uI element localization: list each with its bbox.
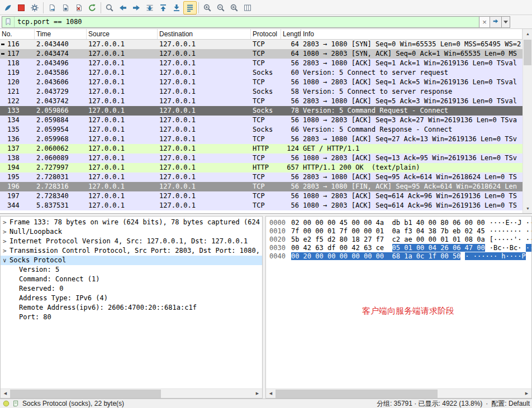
collapsed-caret-icon[interactable]: > bbox=[3, 218, 7, 227]
resize-columns-button[interactable] bbox=[241, 1, 254, 15]
detail-line[interactable]: Address Type: IPv6 (4) bbox=[1, 294, 262, 303]
filter-clear-button[interactable]: × bbox=[479, 16, 490, 28]
detail-line[interactable]: Command: Connect (1) bbox=[1, 275, 262, 284]
packet-row-344[interactable]: 3445.837531127.0.0.1127.0.0.1TCP561080 →… bbox=[0, 201, 522, 210]
scroll-down-icon[interactable]: ▼ bbox=[523, 204, 532, 213]
hex-row-0040[interactable]: 004000 20 00 00 00 00 00 00 68 1a 0c 1f … bbox=[269, 252, 531, 261]
hex-row-0010[interactable]: 00107f 00 00 01 7f 00 00 01 0a f3 04 38 … bbox=[269, 227, 531, 236]
scrollbar-thumb[interactable] bbox=[524, 40, 531, 65]
packet-row-196[interactable]: 1962.728316127.0.0.1127.0.0.1TCP562803 →… bbox=[0, 182, 522, 191]
detail-line[interactable]: >Transmission Control Protocol, Src Port… bbox=[1, 246, 262, 256]
toolbar-separator bbox=[43, 2, 44, 13]
cell-len: 56 bbox=[281, 201, 301, 210]
packet-row-134[interactable]: 1342.059884127.0.0.1127.0.0.1TCP561080 →… bbox=[0, 116, 522, 125]
cell-time: 2.043742 bbox=[35, 97, 87, 106]
filter-dropdown-button[interactable] bbox=[502, 16, 510, 28]
profile-name[interactable]: 配置: Default bbox=[491, 399, 530, 408]
cell-no: 136 bbox=[0, 135, 35, 144]
zoom-in-button[interactable] bbox=[201, 1, 214, 15]
packet-row-118[interactable]: 1182.043496127.0.0.1127.0.0.1TCP562803 →… bbox=[0, 59, 522, 68]
save-file-button[interactable] bbox=[59, 1, 72, 15]
cell-no: 120 bbox=[0, 78, 35, 87]
detail-line[interactable]: >Internet Protocol Version 4, Src: 127.0… bbox=[1, 237, 262, 246]
hex-offset: 0020 bbox=[269, 236, 286, 243]
column-header-info[interactable]: Info bbox=[301, 29, 522, 39]
packet-row-138[interactable]: 1382.060089127.0.0.1127.0.0.1TCP561080 →… bbox=[0, 153, 522, 163]
zoom-reset-button[interactable] bbox=[227, 1, 241, 15]
column-header-no[interactable]: No. bbox=[0, 29, 35, 39]
packet-row-136[interactable]: 1362.059968127.0.0.1127.0.0.1TCP562803 →… bbox=[0, 135, 522, 144]
cell-dst: 127.0.0.1 bbox=[158, 163, 251, 172]
packet-row-195[interactable]: 1952.728031127.0.0.1127.0.0.1TCP562803 →… bbox=[0, 172, 522, 182]
scroll-left-icon[interactable]: ◀ bbox=[266, 389, 276, 398]
cell-proto: Socks bbox=[251, 106, 281, 116]
scroll-left-icon[interactable]: ◀ bbox=[1, 389, 10, 398]
scrollbar-thumb[interactable] bbox=[10, 390, 161, 398]
packet-row-121[interactable]: 1212.043729127.0.0.1127.0.0.1Socks58Vers… bbox=[0, 87, 522, 97]
collapsed-caret-icon[interactable]: > bbox=[3, 246, 7, 256]
detail-line[interactable]: ∨Socks Protocol bbox=[1, 256, 262, 265]
detail-line[interactable]: Port: 80 bbox=[1, 313, 262, 322]
status-bar: Socks Protocol (socks), 22 byte(s) 分组: 3… bbox=[0, 399, 532, 408]
detail-line[interactable]: Remote Address(ipv6): 2606:4700:20::681a… bbox=[1, 303, 262, 313]
column-header-time[interactable]: Time bbox=[35, 29, 87, 39]
capture-comment-icon[interactable] bbox=[12, 400, 20, 407]
packet-row-120[interactable]: 1202.043606127.0.0.1127.0.0.1TCP561080 →… bbox=[0, 78, 522, 87]
expanded-caret-icon[interactable]: ∨ bbox=[3, 256, 7, 265]
auto-scroll-button[interactable] bbox=[183, 1, 197, 15]
packet-row-119[interactable]: 1192.043586127.0.0.1127.0.0.1Socks60Vers… bbox=[0, 68, 522, 78]
column-header-destination[interactable]: Destination bbox=[158, 29, 251, 39]
bytes-scrollbar[interactable]: ◀ ▶ bbox=[266, 388, 531, 398]
hex-row-0020[interactable]: 00205b e2 f5 d2 80 18 27 f7 c2 ae 00 00 … bbox=[269, 236, 531, 244]
packet-row-197[interactable]: 1972.728340127.0.0.1127.0.0.1TCP561080 →… bbox=[0, 191, 522, 201]
scroll-right-icon[interactable]: ▶ bbox=[253, 389, 262, 398]
hex-row-0000[interactable]: 000002 00 00 00 45 00 00 4a db b1 40 00 … bbox=[269, 219, 531, 227]
column-header-source[interactable]: Source bbox=[87, 29, 158, 39]
go-forward-button[interactable] bbox=[130, 1, 143, 15]
scrollbar-thumb[interactable] bbox=[276, 390, 438, 398]
display-filter-field[interactable]: tcp.port == 1080 bbox=[2, 16, 479, 28]
collapsed-caret-icon[interactable]: > bbox=[3, 237, 7, 246]
start-capture-button[interactable] bbox=[1, 1, 15, 15]
cell-len: 60 bbox=[281, 68, 301, 78]
packet-row-133[interactable]: 1332.059866127.0.0.1127.0.0.1Socks78Vers… bbox=[0, 106, 522, 116]
reload-file-button[interactable] bbox=[86, 1, 99, 15]
filter-bookmark-icon[interactable] bbox=[2, 17, 15, 27]
packet-list-rows: 1162.043440127.0.0.1127.0.0.1TCP642803 →… bbox=[0, 40, 522, 213]
detail-line[interactable]: Reserved: 0 bbox=[1, 284, 262, 294]
go-back-button[interactable] bbox=[116, 1, 130, 15]
close-file-button[interactable] bbox=[72, 1, 86, 15]
cell-src: 127.0.0.1 bbox=[87, 40, 158, 49]
detail-line[interactable]: Version: 5 bbox=[1, 265, 262, 275]
find-packet-button[interactable] bbox=[103, 1, 116, 15]
packet-row-194[interactable]: 1942.727997127.0.0.1127.0.0.1HTTP657HTTP… bbox=[0, 163, 522, 172]
packet-row-116[interactable]: 1162.043440127.0.0.1127.0.0.1TCP642803 →… bbox=[0, 40, 522, 49]
cell-info: Version: 5 Connect to server request bbox=[301, 68, 522, 78]
packet-row-122[interactable]: 1222.043742127.0.0.1127.0.0.1TCP562803 →… bbox=[0, 97, 522, 106]
column-header-protocol[interactable]: Protocol bbox=[251, 29, 281, 39]
scroll-up-icon[interactable]: ▲ bbox=[523, 29, 532, 39]
hex-row-0030[interactable]: 003000 42 63 df 00 42 63 ce 05 01 00 04 … bbox=[269, 244, 531, 252]
collapsed-caret-icon[interactable]: > bbox=[3, 227, 7, 237]
cell-len: 56 bbox=[281, 191, 301, 201]
filter-input[interactable]: tcp.port == 1080 bbox=[15, 18, 82, 26]
packet-list-scrollbar[interactable]: ▲ ▼ bbox=[522, 29, 532, 213]
details-scrollbar[interactable]: ◀ ▶ bbox=[1, 388, 262, 398]
go-last-button[interactable] bbox=[170, 1, 183, 15]
go-to-packet-button[interactable] bbox=[143, 1, 156, 15]
scroll-right-icon[interactable]: ▶ bbox=[522, 389, 531, 398]
capture-options-button[interactable] bbox=[28, 1, 41, 15]
go-first-button[interactable] bbox=[156, 1, 170, 15]
packet-row-117[interactable]: 1172.043474127.0.0.1127.0.0.1TCP641080 →… bbox=[0, 49, 522, 59]
packet-row-135[interactable]: 1352.059954127.0.0.1127.0.0.1Socks66Vers… bbox=[0, 125, 522, 135]
open-file-button[interactable] bbox=[45, 1, 59, 15]
zoom-out-button[interactable] bbox=[214, 1, 227, 15]
stop-capture-button[interactable] bbox=[15, 1, 28, 15]
packet-row-137[interactable]: 1372.060062127.0.0.1127.0.0.1HTTP124GET … bbox=[0, 144, 522, 153]
cell-len: 58 bbox=[281, 87, 301, 97]
expert-info-icon[interactable] bbox=[2, 400, 10, 407]
detail-line[interactable]: >Frame 133: 78 bytes on wire (624 bits),… bbox=[1, 218, 262, 227]
filter-apply-button[interactable] bbox=[490, 16, 502, 28]
detail-line[interactable]: >Null/Loopback bbox=[1, 227, 262, 237]
column-header-length[interactable]: Length bbox=[281, 29, 301, 39]
